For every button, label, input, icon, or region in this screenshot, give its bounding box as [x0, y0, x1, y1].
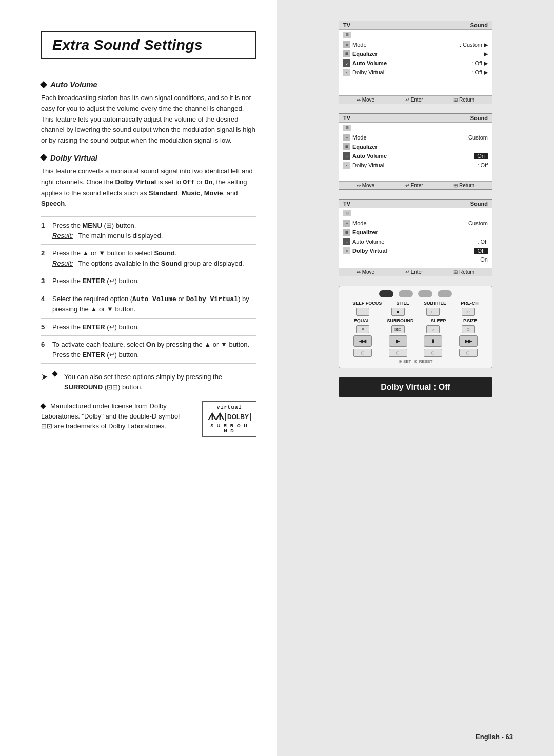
tv-row-2-4-label: Dolby Virtual [352, 162, 384, 168]
remote-btn-psize[interactable]: □ [462, 325, 475, 333]
remote-btn-ff[interactable]: ▶▶ [459, 335, 478, 347]
tv-screen-1-header-right: Sound [470, 22, 488, 28]
remote-btn-still[interactable]: ■ [391, 308, 405, 316]
diamond-icon-2 [40, 154, 47, 161]
dolby-virtual-bar: Dolby Virtual : Off [339, 377, 492, 397]
tv-screen-1-body: ⊟ ≡ Mode : Custom ▶ ▦ Equalizer ▶ [339, 30, 492, 93]
tv-screen-3-footer-move: ⇔ Move [357, 269, 374, 275]
remote-btn-pause[interactable]: ⏸ [424, 335, 442, 347]
tv-row-2-1: ≡ Mode : Custom [343, 133, 488, 142]
remote-btn-b4[interactable]: ⊞ [459, 349, 478, 357]
tv-row-2-4: × Dolby Virtual : Off [343, 161, 488, 170]
dolby-virtual-text: virtual [208, 405, 251, 410]
remote-btn-b2[interactable]: ⊞ [389, 349, 407, 357]
remote-btn-rew[interactable]: ◀◀ [353, 335, 372, 347]
tv-screen-1-header: TV Sound [339, 21, 492, 30]
tv-screen-3-body: ⊟ ≡ Mode : Custom ▦ Equalizer [339, 208, 492, 266]
tv-row-2-2: ▦ Equalizer [343, 142, 488, 151]
note-2: Manufactured under license from Dolby La… [41, 401, 256, 437]
tv-screen1-icon-vol: ♪ [343, 59, 350, 67]
tv-screen-3-header-right: Sound [470, 201, 488, 207]
tv-screen-3-header-left: TV [343, 201, 350, 207]
remote-label-prech: PRE-CH [461, 301, 479, 306]
step-5-content: Press the ENTER (↵) button. [52, 318, 256, 336]
tv-row-1-2-label: Equalizer [352, 51, 378, 57]
tv-screen-1-footer: ⇔ Move ↵ Enter ⊞ Return [339, 95, 492, 104]
tv-screen1-icon-dolby: × [343, 69, 350, 76]
step-6-content: To activate each feature, select On by p… [52, 336, 256, 364]
tv-screen-3-footer-enter: ↵ Enter [405, 269, 423, 275]
tv-row-3-1-value: Custom [468, 220, 488, 226]
tv-s3-icon-mode: ≡ [343, 220, 350, 227]
dolby-label: DOLBY [225, 413, 251, 421]
tv-row-1-3-value: Off [474, 60, 482, 66]
tv-screen-1-footer-return: ⊞ Return [453, 97, 474, 103]
step-5: 5 Press the ENTER (↵) button. [41, 318, 256, 336]
tv-s2-icon-mode: ≡ [343, 134, 350, 141]
remote-bottom-labels: ⊙ SET ⊙ RESET [345, 359, 486, 364]
remote-row-3: ≡ ⊡⊡ ○ □ [345, 325, 486, 333]
tv-screen-2-header: TV Sound [339, 114, 492, 123]
tv-row-3-2-label: Equalizer [352, 229, 378, 235]
remote-btn-prech[interactable]: ↩ [462, 308, 475, 316]
tv-screen-2-icons: ⊟ [343, 125, 488, 131]
tv-s3-icon-vol: ♪ [343, 238, 350, 245]
remote-btn-sleep[interactable]: ○ [426, 325, 440, 333]
arrow-icon-1: ➤ [41, 372, 48, 382]
dolby-virtual-heading: Dolby Virtual [41, 153, 256, 162]
tv-icon-2: ⊟ [343, 125, 351, 131]
tv-row-3-4-value: Off [474, 248, 488, 254]
dolby-logo-box: virtual ᗑᗑ DOLBY S U R R O U N D [202, 401, 256, 437]
tv-screen-3-footer-return: ⊞ Return [453, 269, 474, 275]
step-1: 1 Press the MENU (⊞) button. Result: The… [41, 217, 256, 245]
remote-btn-subtitle[interactable]: □ [426, 308, 440, 316]
remote-btn-b3[interactable]: ⊞ [424, 349, 442, 357]
page-footer: English - 63 [476, 733, 513, 741]
tv-row-1-1: ≡ Mode : Custom ▶ [343, 40, 488, 49]
remote-btn-grey-3 [438, 290, 452, 297]
remote-btn-play[interactable]: ▶ [389, 335, 407, 347]
right-column: TV Sound ⊟ ≡ Mode : Custom ▶ ▦ [277, 0, 554, 756]
remote-label-surround: SURROUND [387, 318, 414, 323]
note-1: ➤ You can also set these options simply … [41, 372, 256, 392]
tv-row-3-3-value: Off [481, 238, 488, 245]
remote-btn-surround[interactable]: ⊡⊡ [391, 325, 405, 333]
dolby-virtual-body: This feature converts a monaural sound s… [41, 166, 256, 209]
remote-bottom-row: ⊞ ⊞ ⊞ ⊞ [345, 349, 486, 357]
tv-row-1-4-label: Dolby Virtual [352, 69, 384, 75]
tv-s3-icon-dolby: × [343, 247, 350, 254]
step-4: 4 Select the required option (Auto Volum… [41, 290, 256, 318]
notes-section: ➤ You can also set these options simply … [41, 372, 256, 437]
remote-btn-selffocus[interactable]: · [356, 308, 369, 316]
dolby-virtual-label: Dolby Virtual [50, 153, 97, 162]
remote-label-subtitle: SUBTITLE [424, 301, 446, 306]
remote-btn-grey-2 [418, 290, 432, 297]
tv-row-3-5-value: On [480, 256, 488, 263]
tv-screen-3-icons: ⊟ [343, 210, 488, 216]
tv-row-3-1-label: Mode [352, 220, 367, 226]
tv-row-3-3-label: Auto Volume [352, 238, 384, 245]
tv-screen-1-footer-enter: ↵ Enter [405, 97, 423, 103]
remote-btn-equal[interactable]: ≡ [356, 325, 369, 333]
remote-label-selffocus: SELF FOCUS [352, 301, 382, 306]
tv-row-2-3-label: Auto Volume [352, 153, 387, 159]
remote-label-psize: P.SIZE [463, 318, 477, 323]
tv-screen-2-header-right: Sound [470, 115, 488, 121]
tv-s3-icon-eq: ▦ [343, 229, 350, 236]
remote-btn-b1[interactable]: ⊞ [353, 349, 372, 357]
tv-row-1-4-value: Off [474, 69, 482, 75]
remote-label-still: STILL [397, 301, 409, 306]
auto-volume-label: Auto Volume [50, 80, 97, 89]
remote-row-2: · ■ □ ↩ [345, 308, 486, 316]
remote-nav-row: ◀◀ ▶ ⏸ ▶▶ [345, 335, 486, 347]
step-5-num: 5 [41, 318, 52, 336]
diamond-icon-note-2 [40, 404, 46, 409]
remote-label-sleep: SLEEP [431, 318, 446, 323]
tv-screen-1: TV Sound ⊟ ≡ Mode : Custom ▶ ▦ [339, 21, 492, 104]
step-4-content: Select the required option (Auto Volume … [52, 290, 256, 318]
tv-row-1-1-label: Mode [352, 42, 367, 48]
remote-top-buttons [345, 290, 486, 297]
step-3-num: 3 [41, 272, 52, 290]
step-2-content: Press the ▲ or ▼ button to select Sound.… [52, 245, 256, 272]
title-box: Extra Sound Settings [41, 31, 256, 59]
